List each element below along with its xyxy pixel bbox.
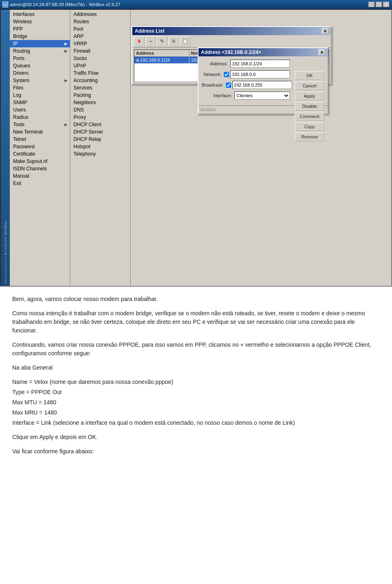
- detail-4: Interface = Link (selecione a interface …: [12, 419, 380, 427]
- comment-button[interactable]: Comment: [295, 112, 324, 121]
- sub-menu-item-neighbors[interactable]: Neighbors: [70, 99, 130, 106]
- sub-menu-item-routes[interactable]: Routes: [70, 18, 130, 25]
- sub-menu-item-dhcp-server[interactable]: DHCP Server: [70, 128, 130, 136]
- sub-menu-item-accounting[interactable]: Accounting: [70, 77, 130, 84]
- interface-select[interactable]: Clientes: [234, 91, 290, 100]
- menu-item-certificate[interactable]: Certificate: [10, 150, 70, 158]
- form-row-address: Address:: [202, 60, 290, 68]
- menu-item-password[interactable]: Password: [10, 143, 70, 150]
- menu-item-log[interactable]: Log: [10, 91, 70, 99]
- menu-item-radius[interactable]: Radius: [10, 114, 70, 121]
- sub-menu-item-arp[interactable]: ARP: [70, 33, 130, 40]
- broadcast-input[interactable]: [232, 81, 292, 89]
- main-window: RouterOS WinBox www.RouterClub.com Inter…: [0, 9, 392, 287]
- para2: Como nossa intenção é trabalhar com o mo…: [12, 309, 380, 335]
- sub-menu-item-dns[interactable]: DNS: [70, 106, 130, 114]
- menu-item-system[interactable]: System ▶: [10, 77, 70, 84]
- apply-button[interactable]: Apply: [295, 91, 324, 100]
- instruction: Clique em Apply e depois em OK.: [12, 433, 380, 441]
- menu-item-ppp[interactable]: PPP: [10, 25, 70, 33]
- sub-menu-item-traffic-flow[interactable]: Traffic Flow: [70, 69, 130, 77]
- menu-item-ip[interactable]: IP ▶: [10, 40, 70, 47]
- copy-button[interactable]: Copy: [295, 122, 324, 131]
- sub-menu-item-packing[interactable]: Packing: [70, 91, 130, 99]
- remove-button[interactable]: −: [145, 36, 156, 47]
- menu-item-routing[interactable]: Routing ▶: [10, 47, 70, 55]
- add-button[interactable]: +: [134, 36, 145, 47]
- row-icon: ⊕: [136, 58, 139, 62]
- sidebar-watermark: RouterOS WinBox www.RouterClub.com: [1, 10, 10, 286]
- broadcast-label: Broadcast:: [202, 82, 226, 87]
- sub-menu-item-hotspot[interactable]: Hotspot: [70, 143, 130, 150]
- disable-button[interactable]: Disable: [295, 102, 324, 111]
- sub-menu-item-socks[interactable]: Socks: [70, 55, 130, 62]
- maximize-button[interactable]: □: [376, 2, 382, 7]
- sub-menu: Addresses Routes Pool ARP VRRP Firewall …: [70, 10, 131, 286]
- sub-menu-item-telephony[interactable]: Telephony: [70, 150, 130, 158]
- detail-1: Type = PPPOE Out: [12, 388, 380, 397]
- remove-button-edit[interactable]: Remove: [295, 132, 324, 141]
- menu-item-make-supout[interactable]: Make Supout.rif: [10, 158, 70, 165]
- paste-button[interactable]: 📋: [180, 36, 190, 47]
- form-area: Address: Network: Broadcast: Inte: [198, 56, 293, 105]
- broadcast-checkbox[interactable]: [226, 82, 231, 88]
- menu-item-ports[interactable]: Ports: [10, 55, 70, 62]
- sub-menu-item-proxy[interactable]: Proxy: [70, 114, 130, 121]
- addr-list-toolbar: + − ✎ ⎘ 📋: [132, 35, 331, 48]
- menu-item-manual[interactable]: Manual: [10, 172, 70, 180]
- content-area: Bem, agora, vamos colocar nosso modem pa…: [0, 287, 392, 470]
- sub-menu-item-dhcp-relay[interactable]: DHCP Relay: [70, 136, 130, 143]
- close-button[interactable]: ✕: [383, 2, 390, 7]
- sub-menu-item-upnp[interactable]: UPnP: [70, 62, 130, 69]
- addr-edit-close-button[interactable]: ✕: [318, 49, 325, 55]
- network-input[interactable]: [230, 70, 290, 78]
- address-input[interactable]: [230, 60, 290, 68]
- addr-list-title: Address List: [135, 28, 165, 34]
- menu-item-tools[interactable]: Tools ▶: [10, 121, 70, 128]
- sub-menu-item-dhcp-client[interactable]: DHCP Client: [70, 121, 130, 128]
- form-row-network: Network:: [202, 70, 290, 78]
- menu-item-queues[interactable]: Queues: [10, 62, 70, 69]
- cancel-button[interactable]: Cancel: [295, 81, 324, 90]
- menu-item-telnet[interactable]: Telnet: [10, 136, 70, 143]
- addr-edit-title: Address <192.16B.0.1/24>: [201, 49, 261, 55]
- para1: Bem, agora, vamos colocar nosso modem pa…: [12, 295, 380, 303]
- watermark-text1: RouterOS WinBox: [4, 221, 7, 255]
- menu-item-wireless[interactable]: Wireless: [10, 18, 70, 25]
- sub-menu-item-vrrp[interactable]: VRRP: [70, 40, 130, 47]
- status-text: disabled: [200, 107, 215, 112]
- menu-item-bridge[interactable]: Bridge: [10, 33, 70, 40]
- minimize-button[interactable]: _: [368, 2, 375, 7]
- edit-button[interactable]: ✎: [157, 36, 167, 47]
- network-checkbox[interactable]: [224, 72, 229, 77]
- addr-list-close-button[interactable]: ✕: [322, 28, 328, 34]
- tools-arrow-icon: ▶: [65, 123, 67, 127]
- left-menu: Interfaces Wireless PPP Bridge IP ▶ Rout…: [10, 10, 70, 286]
- menu-item-drivers[interactable]: Drivers: [10, 69, 70, 77]
- watermark-text2: www.RouterClub.com: [4, 257, 7, 284]
- addr-list-titlebar: Address List ✕: [132, 27, 331, 35]
- sub-menu-item-addresses[interactable]: Addresses: [70, 11, 130, 18]
- title-bar-left: W admin@00:14:2A:87:6B:39 (MikroTik) - W…: [2, 2, 120, 7]
- menu-item-snmp[interactable]: SNMP: [10, 99, 70, 106]
- copy-icon-button[interactable]: ⎘: [168, 36, 179, 47]
- para3: Continuando, vamos criar nossa conexão P…: [12, 341, 380, 358]
- menu-item-users[interactable]: Users: [10, 106, 70, 114]
- section-label: Na aba General: [12, 363, 380, 372]
- ok-button[interactable]: OK: [295, 71, 324, 80]
- sub-menu-item-services[interactable]: Services: [70, 84, 130, 91]
- routing-arrow-icon: ▶: [65, 49, 67, 53]
- menu-item-files[interactable]: Files: [10, 84, 70, 91]
- window-title: admin@00:14:2A:87:6B:39 (MikroTik) - Win…: [10, 2, 120, 7]
- detail-0: Name = Velox (nome que daremos para noss…: [12, 378, 380, 386]
- menu-item-new-terminal[interactable]: New Terminal: [10, 128, 70, 136]
- sub-menu-item-pool[interactable]: Pool: [70, 25, 130, 33]
- menu-item-isdn[interactable]: ISDN Channels: [10, 165, 70, 172]
- menu-item-exit[interactable]: Exit: [10, 180, 70, 187]
- interface-label: Interface:: [202, 93, 234, 98]
- address-edit-window: Address <192.16B.0.1/24> ✕ Address: Netw…: [198, 47, 328, 114]
- menu-item-interfaces[interactable]: Interfaces: [10, 11, 70, 18]
- detail-3: Max MRU = 1480: [12, 408, 380, 417]
- sub-menu-item-firewall[interactable]: Firewall: [70, 47, 130, 55]
- addr-edit-titlebar: Address <192.16B.0.1/24> ✕: [198, 48, 327, 56]
